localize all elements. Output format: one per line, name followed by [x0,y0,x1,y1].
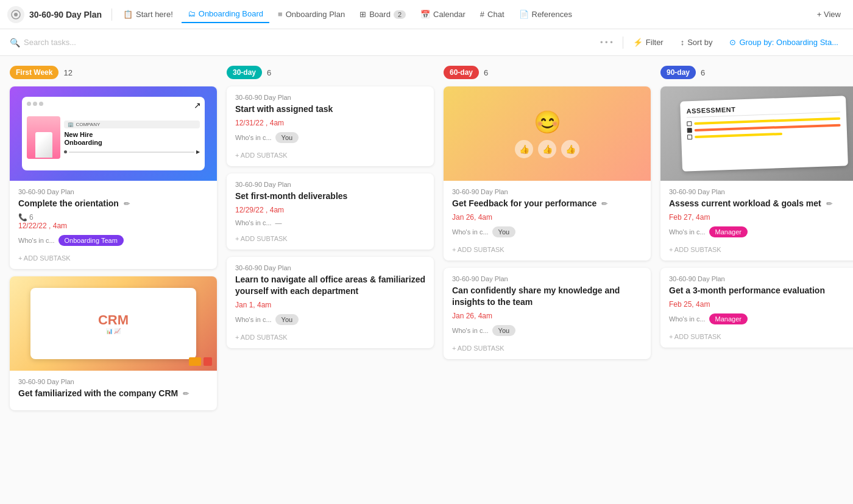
card-deliverables[interactable]: 30-60-90 Day Plan Set first-month delive… [227,173,434,250]
whos-in-label: Who's in c... [669,228,706,236]
card-body: 30-60-90 Day Plan Can confidently share … [444,268,651,359]
whos-in-label: Who's in c... [235,134,272,141]
add-subtask-button[interactable]: + ADD SUBTASK [452,341,642,352]
card-title: Get a 3-month performance evaluation [669,285,853,296]
assignee-tag[interactable]: You [492,325,516,336]
card-orientation[interactable]: 🏢COMPANY New HireOnboarding ▶ [10,86,217,269]
board-container: First Week 12 [0,56,853,504]
toolbar-right: ⚡ Filter ↕ Sort by ⊙ Group by: Onboardin… [628,35,843,49]
top-nav: 30-60-90 Day Plan 📋 Start here! 🗂 Onboar… [0,0,853,29]
card-plan: 30-60-90 Day Plan [669,275,853,282]
card-date: Feb 25, 4am [669,300,853,309]
card-evaluation[interactable]: 30-60-90 Day Plan Get a 3-month performa… [660,268,853,348]
edit-icon: ✏ [601,200,607,208]
sort-button[interactable]: ↕ Sort by [676,35,718,49]
whos-in-label: Who's in c... [452,327,489,334]
add-subtask-button[interactable]: + ADD SUBTASK [452,242,642,253]
card-workload[interactable]: ASSESSMENT 30-60-90 Day Plan Assess [660,86,853,261]
board-icon: 🗂 [188,9,196,18]
column-first-week: First Week 12 [10,66,217,494]
search-icon: 🔍 [10,38,20,47]
whos-in-label: Who's in c... [235,219,272,226]
column-header-90-day: 90-day 6 [660,66,853,79]
card-plan: 30-60-90 Day Plan [18,188,208,195]
add-subtask-button[interactable]: + ADD SUBTASK [669,242,853,253]
card-body: 30-60-90 Day Plan Get familiarized with … [10,371,217,410]
assignee-tag[interactable]: You [275,132,299,143]
card-title: Get familiarized with the company CRM ✏ [18,388,208,399]
card-body: 30-60-90 Day Plan Assess current workloa… [660,181,853,261]
card-body: 30-60-90 Day Plan Start with assigned ta… [227,86,434,166]
card-date: Jan 26, 4am [452,312,642,320]
add-subtask-button[interactable]: + ADD SUBTASK [669,329,853,340]
assignee-tag[interactable]: Onboarding Team [58,235,124,246]
search-box: 🔍 Search tasks... [10,38,590,47]
column-badge-first-week: First Week [10,66,58,79]
card-meta: Who's in c... You [235,314,425,325]
card-crm[interactable]: CRM 📊 📈 30-60-90 Day Plan Get familiariz… [10,276,217,410]
column-badge-30-day: 30-day [227,66,262,79]
card-knowledge-share[interactable]: 30-60-90 Day Plan Can confidently share … [444,268,651,359]
hash-icon: # [480,10,484,19]
card-meta: Who's in c... Manager [669,226,853,237]
card-title: Assess current workload & goals met ✏ [669,198,853,209]
filter-button[interactable]: ⚡ Filter [628,35,668,49]
nav-item-onboarding-plan[interactable]: ≡ Onboarding Plan [272,6,351,23]
nav-item-onboarding-board[interactable]: 🗂 Onboarding Board [182,5,269,23]
card-date: Jan 26, 4am [452,213,642,222]
add-view-button[interactable]: + View [812,6,846,23]
column-header-first-week: First Week 12 [10,66,217,79]
nav-item-start-here[interactable]: 📋 Start here! [117,6,179,23]
group-by-button[interactable]: ⊙ Group by: Onboarding Sta... [724,35,843,49]
add-subtask-button[interactable]: + ADD SUBTASK [18,251,208,262]
list-icon: ≡ [278,10,283,19]
group-icon: ⊙ [729,38,736,47]
assignee-tag[interactable]: You [492,226,516,237]
column-60-day: 60-day 6 😊 👍 👍 👍 [444,66,651,494]
onboarding-card-image: 🏢COMPANY New HireOnboarding ▶ [10,86,217,181]
phone-icon: 📞 [18,213,27,222]
nav-item-chat[interactable]: # Chat [474,6,511,23]
assignee-tag[interactable]: Manager [709,313,748,324]
add-subtask-button[interactable]: + ADD SUBTASK [235,330,425,341]
column-30-day: 30-day 6 30-60-90 Day Plan Start with as… [227,66,434,494]
card-meta: Who's in c... — [235,219,425,226]
app-title: 30-60-90 Day Plan [29,10,102,19]
card-plan: 30-60-90 Day Plan [669,188,853,195]
card-title: Start with assigned task [235,103,425,115]
card-title: Get Feedback for your performance ✏ [452,198,642,209]
assignee-tag[interactable]: Manager [709,226,748,237]
svg-point-1 [14,13,18,16]
more-options-button[interactable]: • • • [595,35,618,49]
card-body: 30-60-90 Day Plan Learn to navigate all … [227,257,434,348]
whos-in-label: Who's in c... [235,316,272,323]
column-badge-60-day: 60-day [444,66,479,79]
toolbar: 🔍 Search tasks... • • • ⚡ Filter ↕ Sort … [0,29,853,56]
performance-card-image: 😊 👍 👍 👍 [444,86,651,181]
card-plan: 30-60-90 Day Plan [235,94,425,101]
assessment-card-image: ASSESSMENT [660,86,853,181]
card-title: Can confidently share my knowledge and i… [452,285,642,308]
card-meta: Who's in c... Manager [669,313,853,324]
calendar-icon: 📅 [420,10,430,19]
nav-item-references[interactable]: 📄 References [513,6,578,23]
column-count-first-week: 12 [63,68,72,77]
nav-item-calendar[interactable]: 📅 Calendar [414,6,472,23]
card-feedback[interactable]: 😊 👍 👍 👍 30-60-90 Day Plan Get Feedb [444,86,651,261]
card-office-areas[interactable]: 30-60-90 Day Plan Learn to navigate all … [227,257,434,348]
sort-icon: ↕ [681,38,685,47]
card-plan: 30-60-90 Day Plan [235,181,425,188]
nav-divider-1 [111,9,112,21]
card-assigned-task[interactable]: 30-60-90 Day Plan Start with assigned ta… [227,86,434,166]
filter-icon: ⚡ [633,38,643,47]
add-subtask-button[interactable]: + ADD SUBTASK [235,148,425,159]
assignee-tag[interactable]: You [275,314,299,325]
add-subtask-button[interactable]: + ADD SUBTASK [235,231,425,242]
card-meta: Who's in c... You [235,132,425,143]
board-count-badge: 2 [394,10,406,19]
nav-item-board[interactable]: ⊞ Board 2 [353,6,412,23]
grid-icon: ⊞ [359,10,366,19]
card-plan: 30-60-90 Day Plan [452,188,642,195]
search-input[interactable]: Search tasks... [24,38,76,47]
column-90-day: 90-day 6 ASSESSMENT [660,66,853,494]
